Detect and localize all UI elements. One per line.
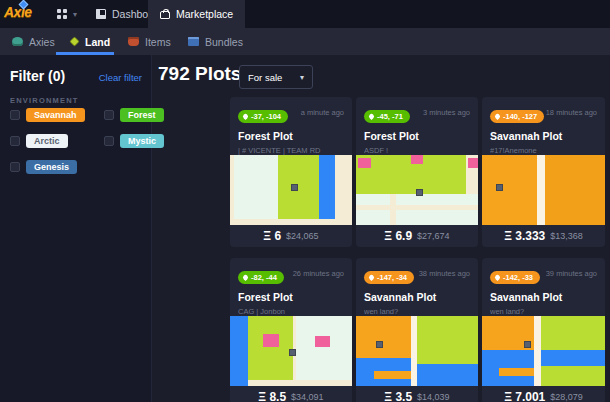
plot-title: Savannah Plot	[490, 291, 597, 303]
filter-title: Filter (0)	[10, 68, 65, 84]
subnav-item-bundles[interactable]: Bundles	[188, 28, 243, 55]
forest-badge[interactable]: Forest	[120, 108, 164, 122]
listing-time: 18 minutes ago	[546, 108, 597, 117]
apps-chevron-down-icon[interactable]: ▾	[73, 10, 77, 19]
listing-time: 38 minutes ago	[419, 269, 470, 278]
filter-option-mystic: Mystic	[104, 134, 164, 148]
subnav-item-items[interactable]: Items	[128, 28, 171, 55]
price-usd: $27,674	[417, 231, 450, 241]
dropdown-chevron-down-icon: ▾	[300, 73, 304, 82]
location-pin-icon	[494, 274, 501, 281]
plot-title: Forest Plot	[238, 291, 344, 303]
price-eth: Ξ 3.5	[384, 390, 412, 402]
plot-marker	[289, 349, 296, 356]
sale-filter-dropdown[interactable]: For sale ▾	[239, 65, 313, 89]
plot-subtitle: wen land?	[364, 307, 470, 316]
savannah-checkbox[interactable]	[10, 110, 20, 120]
land-card-4[interactable]: -82, -44 26 minutes ago Forest Plot CAG …	[230, 258, 352, 402]
location-pin-icon	[494, 113, 501, 120]
savannah-badge[interactable]: Savannah	[26, 108, 85, 122]
bundles-box-icon	[188, 37, 199, 46]
axie-logo[interactable]: Axie	[4, 3, 48, 25]
price-eth: Ξ 6	[263, 229, 281, 243]
plot-marker	[524, 341, 531, 348]
location-pin-icon	[242, 113, 249, 120]
plot-title: Savannah Plot	[490, 130, 597, 142]
marketplace-bag-icon	[160, 11, 170, 19]
arctic-checkbox[interactable]	[10, 136, 20, 146]
plot-subtitle: wen land?	[490, 307, 597, 316]
location-pin-icon	[242, 274, 249, 281]
price-usd: $13,368	[550, 231, 583, 241]
filter-sidebar: Filter (0) Clear filter ENVIRONMENT Sava…	[0, 55, 152, 402]
marketplace-page: Axie ▾ Dashboard Marketplace Axies Land …	[0, 0, 610, 402]
clear-filter-link[interactable]: Clear filter	[99, 72, 142, 83]
plot-map-thumbnail	[356, 316, 478, 386]
plot-title: Savannah Plot	[364, 291, 470, 303]
price-row: Ξ 6 $24,065	[230, 225, 352, 247]
land-card-6[interactable]: -142, -33 39 minutes ago Savannah Plot w…	[482, 258, 605, 402]
forest-checkbox[interactable]	[104, 110, 114, 120]
listing-time: 26 minutes ago	[293, 269, 344, 278]
listing-time: a minute ago	[301, 108, 344, 117]
price-row: Ξ 3.333 $13,368	[482, 225, 605, 247]
logo-text: Axie	[4, 4, 32, 20]
subnav-land-label: Land	[85, 36, 110, 48]
filter-option-savannah: Savannah	[10, 108, 85, 122]
subnav-item-land[interactable]: Land	[70, 28, 110, 55]
land-gem-icon	[69, 36, 79, 46]
land-card-2[interactable]: -45, -71 3 minutes ago Forest Plot ASDF …	[356, 97, 478, 247]
listing-time: 39 minutes ago	[546, 269, 597, 278]
price-usd: $28,079	[550, 392, 583, 402]
filter-option-genesis: Genesis	[10, 160, 77, 174]
plot-map-thumbnail	[482, 316, 605, 386]
price-eth: Ξ 7.001	[504, 390, 545, 402]
dashboard-icon	[96, 9, 106, 19]
apps-grid-icon[interactable]	[57, 9, 67, 19]
location-pin-icon	[368, 274, 375, 281]
coords-badge: -142, -33	[490, 271, 540, 284]
price-eth: Ξ 3.333	[504, 229, 545, 243]
subnav-axies-label: Axies	[29, 36, 55, 48]
genesis-checkbox[interactable]	[10, 162, 20, 172]
arctic-badge[interactable]: Arctic	[26, 134, 68, 148]
land-card-5[interactable]: -147, -34 38 minutes ago Savannah Plot w…	[356, 258, 478, 402]
mystic-checkbox[interactable]	[104, 136, 114, 146]
land-card-3[interactable]: -140, -127 18 minutes ago Savannah Plot …	[482, 97, 605, 247]
price-row: Ξ 6.9 $27,674	[356, 225, 478, 247]
coords-badge: -82, -44	[238, 271, 284, 284]
listing-time: 3 minutes ago	[423, 108, 470, 117]
coords-badge: -147, -34	[364, 271, 414, 284]
coords-badge: -45, -71	[364, 110, 410, 123]
price-eth: Ξ 8.5	[258, 390, 286, 402]
location-pin-icon	[368, 113, 375, 120]
plot-subtitle: #17!Anemone	[490, 146, 597, 155]
tab-marketplace-label: Marketplace	[176, 8, 233, 20]
price-row: Ξ 7.001 $28,079	[482, 386, 605, 402]
price-row: Ξ 8.5 $34,091	[230, 386, 352, 402]
price-eth: Ξ 6.9	[384, 229, 412, 243]
plot-map-thumbnail	[482, 155, 605, 225]
plot-marker	[376, 341, 383, 348]
plot-marker	[416, 189, 423, 196]
price-row: Ξ 3.5 $14,039	[356, 386, 478, 402]
subnav-items-label: Items	[145, 36, 171, 48]
coords-badge: -37, -104	[238, 110, 288, 123]
mystic-badge[interactable]: Mystic	[120, 134, 164, 148]
subnav-bundles-label: Bundles	[205, 36, 243, 48]
land-card-1[interactable]: -37, -104 a minute ago Forest Plot | # V…	[230, 97, 352, 247]
plot-subtitle: | # VICENTE | TEAM RD	[238, 146, 344, 155]
filter-option-forest: Forest	[104, 108, 164, 122]
price-usd: $34,091	[291, 392, 324, 402]
plot-map-thumbnail	[230, 155, 352, 225]
price-usd: $24,065	[286, 231, 319, 241]
genesis-badge[interactable]: Genesis	[26, 160, 77, 174]
subnav-item-axies[interactable]: Axies	[12, 28, 55, 55]
plot-marker	[496, 184, 503, 191]
plot-title: Forest Plot	[238, 130, 344, 142]
sale-filter-value: For sale	[248, 72, 282, 83]
marketplace-subnav: Axies Land Items Bundles	[0, 28, 610, 55]
items-pot-icon	[128, 37, 139, 46]
filter-option-arctic: Arctic	[10, 134, 68, 148]
tab-marketplace[interactable]: Marketplace	[148, 0, 245, 28]
